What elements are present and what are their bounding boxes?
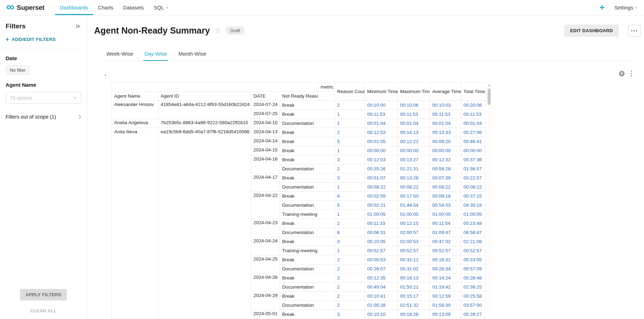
date-cell[interactable]: 2024-04-16 [251, 155, 280, 173]
collapse-filters-button[interactable] [76, 23, 81, 29]
metric-value-cell[interactable]: 06:58:47 [461, 228, 485, 237]
metric-value-cell[interactable]: 01:00:05 [365, 210, 398, 219]
metric-value-cell[interactable]: 04:30:18 [461, 201, 485, 210]
metric-value-cell[interactable]: 00:06:31 [365, 228, 398, 237]
metric-value-cell[interactable]: 00:17:50 [398, 192, 430, 201]
metric-value-cell[interactable]: 00:39:27 [461, 310, 485, 319]
chart-kebab-menu[interactable] [631, 70, 632, 77]
reason-cell[interactable]: Break [280, 101, 335, 110]
table-scrollbar[interactable]: ▲ [487, 82, 491, 312]
metric-value-cell[interactable]: 00:52:57 [430, 246, 461, 255]
metric-value-cell[interactable]: 00:16:32 [430, 255, 461, 264]
agent-name-cell[interactable]: Aleksander Hristov [112, 101, 159, 119]
metric-value-cell[interactable]: 00:32:12 [398, 255, 430, 264]
reason-cell[interactable]: Break [280, 137, 335, 146]
metric-value-cell[interactable]: 00:10:41 [365, 292, 398, 301]
metric-value-cell[interactable]: 00:35:26 [365, 164, 398, 173]
metric-value-cell[interactable]: 00:20:06 [461, 101, 485, 110]
agent-name-cell[interactable]: Anelia Angelova [112, 119, 159, 128]
metric-value-cell[interactable]: 00:01:04 [461, 119, 485, 128]
metric-value-cell[interactable]: 01:00:05 [461, 210, 485, 219]
metric-value-cell[interactable]: 2 [335, 255, 365, 264]
reason-cell[interactable]: Break [280, 128, 335, 137]
metric-value-cell[interactable]: 02:00:57 [398, 228, 430, 237]
reason-cell[interactable]: Break [280, 310, 335, 319]
metric-value-cell[interactable]: 00:01:04 [430, 119, 461, 128]
metric-value-cell[interactable]: 00:12:32 [430, 155, 461, 164]
metric-value-cell[interactable]: 00:31:02 [398, 264, 430, 274]
metric-value-cell[interactable]: 00:27:06 [461, 128, 485, 137]
metric-value-cell[interactable]: 00:28:34 [430, 264, 461, 274]
metric-value-cell[interactable]: 00:01:04 [365, 119, 398, 128]
reason-cell[interactable]: Documentation [280, 228, 335, 237]
more-options-button[interactable] [628, 25, 640, 37]
date-cell[interactable]: 2024-05-01 [251, 310, 280, 319]
metric-value-cell[interactable]: 2 [335, 219, 365, 228]
metric-value-cell[interactable]: 00:10:03 [430, 101, 461, 110]
metric-value-cell[interactable]: 00:10:10 [365, 310, 398, 319]
metric-value-cell[interactable]: 00:12:53 [365, 128, 398, 137]
date-cell[interactable]: 2024-04-26 [251, 274, 280, 292]
metric-value-cell[interactable]: 2 [335, 274, 365, 283]
metric-value-cell[interactable]: 00:28:48 [461, 274, 485, 283]
clear-all-button[interactable]: CLEAR ALL [30, 308, 57, 313]
metric-value-cell[interactable]: 00:52:57 [365, 246, 398, 255]
metric-value-cell[interactable]: 00:11:53 [430, 110, 461, 119]
nav-item-dashboards[interactable]: Dashboards [55, 0, 93, 15]
metric-value-cell[interactable]: 00:16:13 [398, 274, 430, 283]
metric-value-cell[interactable]: 03:57:00 [461, 301, 485, 310]
metric-value-cell[interactable]: 00:01:05 [365, 137, 398, 146]
metric-value-cell[interactable]: 00:09:18 [430, 192, 461, 201]
metric-value-cell[interactable]: 1 [335, 183, 365, 192]
metric-value-cell[interactable]: 3 [335, 155, 365, 164]
metric-value-cell[interactable]: 02:39:25 [461, 283, 485, 292]
metric-value-cell[interactable]: 00:49:04 [365, 283, 398, 292]
metric-value-cell[interactable]: 00:11:53 [365, 110, 398, 119]
metric-value-cell[interactable]: 01:44:54 [398, 201, 430, 210]
metric-value-cell[interactable]: 00:08:22 [398, 183, 430, 192]
metric-value-cell[interactable]: 00:11:53 [461, 110, 485, 119]
agent-id-cell[interactable]: ea19c5b9-6dd5-40a7-87f6-5218d5410098 [159, 128, 251, 319]
date-cell[interactable]: 2024-04-24 [251, 237, 280, 255]
scrollbar-thumb[interactable] [488, 88, 491, 105]
metric-value-cell[interactable]: 00:10:06 [398, 101, 430, 110]
metric-value-cell[interactable]: 00:08:22 [461, 183, 485, 192]
metric-value-cell[interactable]: 00:14:13 [398, 128, 430, 137]
settings-menu[interactable]: Settings ▾ [614, 5, 637, 10]
date-cell[interactable]: 2024-07-25 [251, 110, 280, 119]
agent-id-cell[interactable]: 7b253b5c-8863-4a98-9222-580a22ff2815 [159, 119, 251, 128]
metric-value-cell[interactable]: 01:21:31 [398, 164, 430, 173]
metric-value-cell[interactable]: 00:13:27 [398, 155, 430, 164]
metric-value-cell[interactable]: 00:14:24 [430, 274, 461, 283]
apply-filters-button[interactable]: APPLY FILTERS [20, 289, 67, 300]
metric-value-cell[interactable]: 01:00:05 [398, 210, 430, 219]
reason-cell[interactable]: Break [280, 292, 335, 301]
metric-value-cell[interactable]: 00:00:00 [430, 146, 461, 155]
filters-out-of-scope-toggle[interactable]: Filters out of scope (1) [0, 114, 87, 120]
metric-value-cell[interactable]: 00:15:17 [398, 292, 430, 301]
metric-value-cell[interactable]: 01:58:30 [430, 301, 461, 310]
metric-value-cell[interactable]: 00:11:54 [430, 219, 461, 228]
metric-value-cell[interactable]: 1 [335, 119, 365, 128]
reason-cell[interactable]: Break [280, 192, 335, 201]
metric-value-cell[interactable]: 00:13:09 [430, 310, 461, 319]
metric-value-cell[interactable]: 00:13:28 [398, 173, 430, 183]
reason-cell[interactable]: Break [280, 237, 335, 246]
date-cell[interactable]: 2024-04-13 [251, 128, 280, 137]
metric-value-cell[interactable]: 00:07:39 [430, 173, 461, 183]
metric-value-cell[interactable]: 00:23:48 [461, 219, 485, 228]
metric-value-cell[interactable]: 01:00:05 [430, 210, 461, 219]
date-cell[interactable]: 2024-04-14 [251, 137, 280, 146]
nav-item-charts[interactable]: Charts [93, 0, 118, 15]
reason-cell[interactable]: Training-meeting [280, 246, 335, 255]
metric-value-cell[interactable]: 00:08:22 [430, 183, 461, 192]
metric-value-cell[interactable]: 00:58:28 [430, 164, 461, 173]
metric-value-cell[interactable]: 00:01:04 [398, 119, 430, 128]
metric-value-cell[interactable]: 00:33:05 [461, 255, 485, 264]
cross-filter-badge[interactable] [619, 71, 625, 77]
add-edit-filters-button[interactable]: + ADD/EDIT FILTERS [0, 32, 87, 48]
new-button[interactable]: + [600, 3, 605, 12]
reason-cell[interactable]: Documentation [280, 283, 335, 292]
metric-value-cell[interactable]: 00:08:22 [365, 183, 398, 192]
metric-value-cell[interactable]: 00:00:53 [365, 255, 398, 264]
